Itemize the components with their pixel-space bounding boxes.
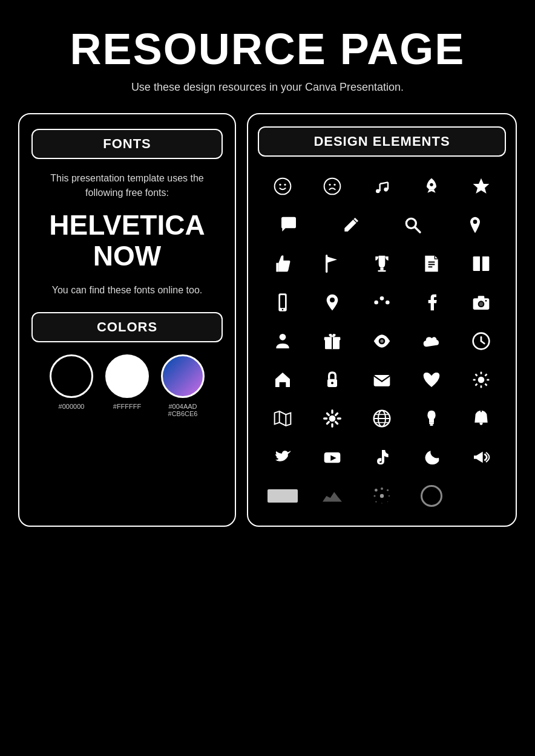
svg-point-72 [381, 487, 383, 490]
svg-point-1 [279, 184, 281, 186]
empty-icon [466, 481, 496, 511]
fonts-panel: FONTS This presentation template uses th… [18, 113, 236, 527]
swatch-black: #000000 [50, 354, 93, 410]
facebook-icon [416, 287, 447, 318]
svg-line-10 [380, 182, 388, 184]
tiktok-icon [367, 442, 397, 472]
svg-point-0 [275, 178, 291, 195]
svg-rect-65 [429, 423, 434, 425]
swatch-white: #FFFFFF [105, 354, 149, 410]
page-title: RESOURCE PAGE [70, 24, 465, 74]
svg-point-49 [331, 382, 333, 384]
megaphone-icon [466, 442, 496, 472]
svg-point-76 [389, 495, 390, 497]
svg-rect-66 [430, 424, 433, 426]
svg-rect-50 [374, 375, 390, 386]
svg-point-29 [282, 309, 284, 311]
icons-row-2 [258, 207, 506, 243]
colors-label: COLORS [31, 312, 223, 342]
icons-grid [258, 169, 506, 513]
texture-halftone-icon [367, 481, 397, 511]
trophy-icon [367, 249, 397, 279]
svg-rect-19 [378, 270, 386, 272]
page-subtitle: Use these design resources in your Canva… [131, 81, 404, 94]
eye-icon [367, 326, 397, 356]
svg-point-51 [478, 377, 485, 383]
svg-point-74 [373, 495, 375, 497]
camera-icon [466, 287, 496, 318]
svg-point-36 [479, 302, 484, 306]
icons-row-7 [258, 401, 506, 436]
map-icon [268, 403, 298, 434]
svg-point-5 [333, 184, 335, 186]
swatch-label-gradient: #004AAD#CB6CE6 [168, 403, 198, 417]
svg-point-71 [375, 489, 378, 492]
person-icon [268, 326, 298, 356]
svg-rect-28 [280, 295, 285, 308]
sun-icon [466, 365, 496, 395]
svg-rect-24 [482, 256, 489, 271]
svg-point-75 [380, 494, 384, 498]
star-icon [466, 171, 496, 201]
cloud-icon [416, 326, 447, 356]
svg-point-2 [284, 184, 286, 186]
svg-point-32 [380, 296, 384, 301]
thumbs-up-icon [268, 249, 298, 279]
svg-point-78 [381, 503, 382, 504]
svg-line-47 [481, 341, 484, 344]
color-swatches: #000000 #FFFFFF #004AAD#CB6CE6 [50, 354, 205, 417]
texture-rect-icon [268, 481, 298, 511]
twitter-icon [268, 442, 298, 472]
magnifier-icon [398, 210, 428, 240]
svg-point-11 [430, 183, 433, 186]
svg-line-58 [485, 374, 487, 376]
moon-icon [416, 442, 447, 472]
smile-icon [268, 171, 298, 201]
three-dots-icon [367, 287, 397, 318]
two-column-layout: FONTS This presentation template uses th… [18, 113, 517, 527]
font-name: HELVETICA NOW [31, 210, 223, 271]
icons-row-4 [258, 285, 506, 320]
youtube-icon [317, 442, 347, 472]
svg-point-79 [387, 501, 389, 503]
design-elements-label: DESIGN ELEMENTS [258, 126, 506, 157]
svg-rect-23 [473, 256, 481, 271]
globe-icon [367, 403, 397, 434]
fonts-description: This presentation template uses the foll… [31, 171, 223, 200]
lightbulb-icon [416, 403, 447, 434]
svg-point-33 [386, 301, 390, 305]
svg-point-30 [330, 298, 335, 302]
swatch-circle-black [50, 354, 93, 398]
location-icon [317, 287, 347, 318]
gear-icon [317, 403, 347, 434]
svg-point-3 [324, 178, 341, 195]
svg-point-16 [473, 220, 477, 224]
pencil-icon [336, 210, 366, 240]
svg-point-39 [280, 334, 286, 341]
book-icon [466, 249, 496, 279]
icons-row-9 [258, 478, 506, 513]
svg-rect-37 [478, 296, 485, 299]
swatch-circle-gradient [161, 354, 205, 398]
bell-icon [466, 403, 496, 434]
home-icon [268, 365, 298, 395]
circle-outline-icon [416, 481, 447, 511]
svg-point-38 [485, 300, 487, 302]
texture-mountain-icon [317, 481, 347, 511]
swatch-label-white: #FFFFFF [113, 403, 141, 410]
icons-row-8 [258, 440, 506, 475]
design-elements-panel: DESIGN ELEMENTS [247, 113, 517, 527]
svg-line-59 [476, 384, 478, 386]
svg-rect-18 [380, 268, 383, 270]
fonts-find: You can find these fonts online too. [52, 283, 202, 298]
swatch-label-black: #000000 [59, 403, 85, 410]
rocket-icon [416, 171, 447, 201]
pin-icon [460, 210, 490, 240]
svg-point-4 [329, 184, 330, 186]
sad-icon [317, 171, 347, 201]
icons-row-3 [258, 246, 506, 281]
swatch-circle-white [105, 354, 149, 398]
phone-icon [268, 287, 298, 318]
svg-line-57 [485, 384, 487, 386]
svg-point-73 [387, 489, 389, 491]
